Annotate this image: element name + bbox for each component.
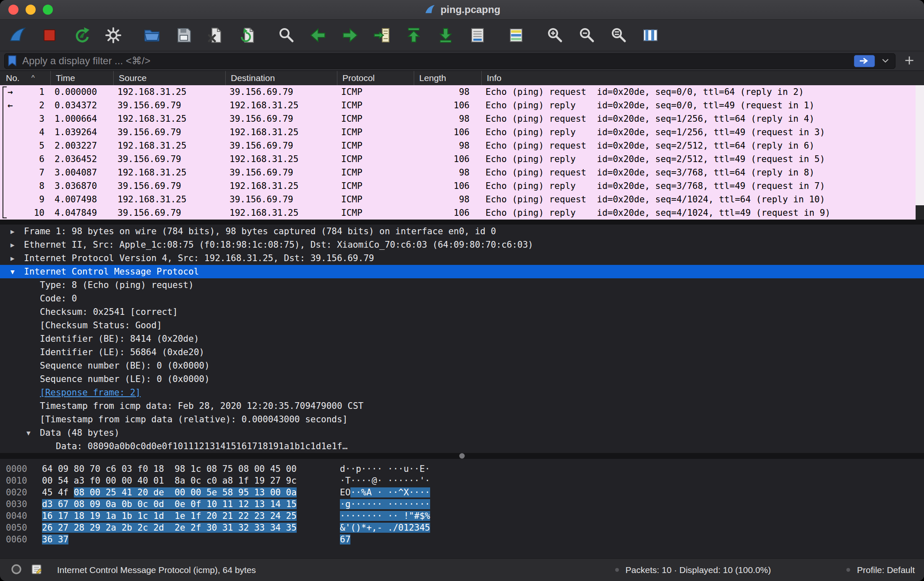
go-to-packet-button[interactable] bbox=[368, 23, 395, 47]
save-file-button[interactable] bbox=[170, 23, 197, 47]
filter-dropdown-button[interactable] bbox=[879, 55, 892, 67]
hex-row[interactable]: 005026 27 28 29 2a 2b 2c 2d 2e 2f 30 31 … bbox=[6, 522, 924, 534]
filter-bookmark-icon[interactable] bbox=[7, 55, 18, 67]
detail-line[interactable]: Code: 0 bbox=[0, 292, 924, 305]
packet-row[interactable]: 2←0.03437239.156.69.79192.168.31.25ICMP1… bbox=[0, 99, 924, 112]
column-header-length[interactable]: Length bbox=[414, 71, 481, 85]
detail-line[interactable]: Data: 08090a0b0c0d0e0f101112131415161718… bbox=[0, 440, 924, 453]
packet-row[interactable]: 94.007498192.168.31.2539.156.69.79ICMP98… bbox=[0, 193, 924, 206]
capture-options-button[interactable] bbox=[100, 23, 127, 47]
detail-line[interactable]: Identifier (LE): 56864 (0xde20) bbox=[0, 345, 924, 359]
collapse-arrow-icon[interactable]: ▼ bbox=[26, 429, 40, 437]
zoom-window-button[interactable] bbox=[43, 5, 53, 15]
hex-ascii[interactable]: EO··%A · ··^X···· bbox=[340, 487, 430, 498]
restart-capture-button[interactable] bbox=[68, 23, 95, 47]
close-window-button[interactable] bbox=[8, 5, 18, 15]
apply-filter-button[interactable] bbox=[854, 55, 875, 67]
detail-line[interactable]: Identifier (BE): 8414 (0x20de) bbox=[0, 332, 924, 345]
detail-line[interactable]: [Timestamp from icmp data (relative): 0.… bbox=[0, 413, 924, 426]
packet-row[interactable]: 62.03645239.156.69.79192.168.31.25ICMP10… bbox=[0, 152, 924, 166]
scrollbar-thumb[interactable] bbox=[916, 205, 924, 220]
hex-bytes[interactable]: 45 4f 08 00 25 41 20 de 00 00 5e 58 95 1… bbox=[42, 487, 340, 498]
details-hex-splitter[interactable] bbox=[0, 453, 924, 459]
add-filter-button[interactable] bbox=[901, 53, 918, 69]
detail-line[interactable]: [Checksum Status: Good] bbox=[0, 319, 924, 332]
hex-ascii[interactable]: ·g······ ········ bbox=[340, 498, 430, 510]
close-file-button[interactable] bbox=[202, 23, 229, 47]
start-capture-button[interactable] bbox=[4, 23, 31, 47]
go-forward-button[interactable] bbox=[337, 23, 363, 47]
column-header-info[interactable]: Info bbox=[481, 71, 924, 85]
detail-line[interactable]: Sequence number (BE): 0 (0x0000) bbox=[0, 359, 924, 372]
column-label: Length bbox=[419, 73, 446, 83]
display-filter-input[interactable] bbox=[22, 55, 850, 67]
go-back-button[interactable] bbox=[305, 23, 331, 47]
column-header-source[interactable]: Source bbox=[113, 71, 225, 85]
go-to-bottom-icon bbox=[436, 26, 455, 44]
detail-line[interactable]: ▶Internet Protocol Version 4, Src: 192.1… bbox=[0, 251, 924, 265]
zoom-in-button[interactable] bbox=[541, 23, 568, 47]
colorize-packets-button[interactable] bbox=[503, 23, 530, 47]
detail-line[interactable]: Type: 8 (Echo (ping) request) bbox=[0, 278, 924, 292]
cell-no: 6 bbox=[0, 154, 50, 164]
detail-line[interactable]: [Response frame: 2] bbox=[0, 386, 924, 399]
expand-arrow-icon[interactable]: ▶ bbox=[10, 241, 24, 249]
hex-row[interactable]: 006036 3767 bbox=[6, 534, 924, 545]
hex-ascii[interactable]: ·T····@· ······'· bbox=[340, 475, 430, 487]
hex-bytes[interactable]: 36 37 bbox=[42, 534, 340, 545]
packet-row[interactable]: 73.004087192.168.31.2539.156.69.79ICMP98… bbox=[0, 166, 924, 179]
hex-bytes[interactable]: d3 67 08 09 0a 0b 0c 0d 0e 0f 10 11 12 1… bbox=[42, 498, 340, 510]
hex-ascii[interactable]: d··p···· ···u··E· bbox=[340, 463, 430, 475]
splitter-handle[interactable] bbox=[459, 453, 465, 459]
hex-bytes[interactable]: 16 17 18 19 1a 1b 1c 1d 1e 1f 20 21 22 2… bbox=[42, 510, 340, 522]
detail-line[interactable]: ▶Frame 1: 98 bytes on wire (784 bits), 9… bbox=[0, 225, 924, 238]
column-header-protocol[interactable]: Protocol bbox=[337, 71, 414, 85]
column-header-time[interactable]: Time bbox=[50, 71, 113, 85]
detail-line[interactable]: Sequence number (LE): 0 (0x0000) bbox=[0, 372, 924, 386]
reload-file-button[interactable] bbox=[234, 23, 261, 47]
detail-line[interactable]: Timestamp from icmp data: Feb 28, 2020 1… bbox=[0, 399, 924, 413]
zoom-normal-button[interactable] bbox=[605, 23, 632, 47]
find-packet-button[interactable] bbox=[273, 23, 300, 47]
detail-line[interactable]: ▶Ethernet II, Src: Apple_1c:08:75 (f0:18… bbox=[0, 238, 924, 251]
stop-capture-button[interactable] bbox=[36, 23, 63, 47]
list-details-splitter[interactable] bbox=[0, 220, 924, 225]
hex-bytes[interactable]: 00 54 a3 f0 00 00 40 01 8a 0c c0 a8 1f 1… bbox=[42, 475, 340, 487]
detail-line[interactable]: ▼Internet Control Message Protocol bbox=[0, 265, 924, 278]
packet-row[interactable]: 52.003227192.168.31.2539.156.69.79ICMP98… bbox=[0, 139, 924, 152]
hex-row[interactable]: 0030d3 67 08 09 0a 0b 0c 0d 0e 0f 10 11 … bbox=[6, 498, 924, 510]
minimize-window-button[interactable] bbox=[26, 5, 36, 15]
auto-scroll-button[interactable] bbox=[464, 23, 491, 47]
packet-row[interactable]: 83.03687039.156.69.79192.168.31.25ICMP10… bbox=[0, 179, 924, 193]
expert-info-button[interactable] bbox=[9, 563, 23, 577]
resize-columns-button[interactable] bbox=[637, 23, 664, 47]
packet-row[interactable]: 1→0.000000192.168.31.2539.156.69.79ICMP9… bbox=[0, 85, 924, 99]
capture-comment-button[interactable] bbox=[29, 563, 44, 577]
column-header-destination[interactable]: Destination bbox=[225, 71, 337, 85]
zoom-out-button[interactable] bbox=[573, 23, 600, 47]
expand-arrow-icon[interactable]: ▶ bbox=[10, 228, 24, 236]
packet-list-scrollbar[interactable] bbox=[916, 85, 924, 220]
status-packet-counts: Packets: 10 · Displayed: 10 (100.0%) bbox=[626, 565, 771, 575]
detail-line[interactable]: Checksum: 0x2541 [correct] bbox=[0, 305, 924, 319]
go-to-top-button[interactable] bbox=[400, 23, 427, 47]
expand-arrow-icon[interactable]: ▶ bbox=[10, 254, 24, 262]
hex-row[interactable]: 000064 09 80 70 c6 03 f0 18 98 1c 08 75 … bbox=[6, 463, 924, 475]
packet-row[interactable]: 104.04784939.156.69.79192.168.31.25ICMP1… bbox=[0, 206, 924, 220]
hex-bytes[interactable]: 64 09 80 70 c6 03 f0 18 98 1c 08 75 08 0… bbox=[42, 463, 340, 475]
hex-ascii[interactable]: 67 bbox=[340, 534, 350, 545]
hex-ascii[interactable]: &'()*+,- ./012345 bbox=[340, 522, 430, 534]
hex-row[interactable]: 002045 4f 08 00 25 41 20 de 00 00 5e 58 … bbox=[6, 487, 924, 498]
hex-bytes[interactable]: 26 27 28 29 2a 2b 2c 2d 2e 2f 30 31 32 3… bbox=[42, 522, 340, 534]
collapse-arrow-icon[interactable]: ▼ bbox=[10, 268, 24, 276]
packet-row[interactable]: 41.03926439.156.69.79192.168.31.25ICMP10… bbox=[0, 126, 924, 139]
detail-line[interactable]: ▼Data (48 bytes) bbox=[0, 426, 924, 440]
hex-row[interactable]: 001000 54 a3 f0 00 00 40 01 8a 0c c0 a8 … bbox=[6, 475, 924, 487]
open-file-button[interactable] bbox=[138, 23, 165, 47]
column-header-no[interactable]: No.^ bbox=[0, 71, 50, 85]
go-to-bottom-button[interactable] bbox=[432, 23, 459, 47]
packet-row[interactable]: 31.000664192.168.31.2539.156.69.79ICMP98… bbox=[0, 112, 924, 126]
status-profile-group[interactable]: Profile: Default bbox=[846, 565, 915, 575]
hex-ascii[interactable]: ········ ·· !"#$% bbox=[340, 510, 430, 522]
hex-row[interactable]: 004016 17 18 19 1a 1b 1c 1d 1e 1f 20 21 … bbox=[6, 510, 924, 522]
